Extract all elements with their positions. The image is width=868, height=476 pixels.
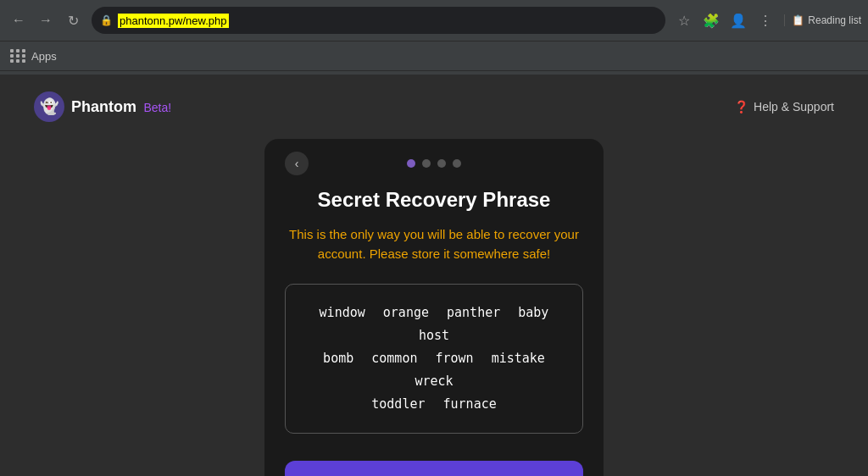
nav-buttons: ← → ↻	[7, 8, 85, 32]
star-button[interactable]: ☆	[672, 8, 696, 32]
card-title: Secret Recovery Phrase	[318, 188, 551, 212]
apps-button[interactable]: Apps	[10, 49, 57, 63]
reading-list-icon: 📋	[792, 14, 804, 26]
reload-button[interactable]: ↻	[61, 8, 85, 32]
phrase-line-1: window orange panther baby host	[320, 305, 549, 343]
main-card: ‹ Secret Recovery Phrase This is the onl…	[264, 139, 604, 476]
reading-list-label: Reading list	[808, 14, 861, 26]
dots-container	[407, 159, 461, 168]
ok-button[interactable]: OK, I saved it somewhere	[285, 461, 583, 476]
phantom-beta: Beta!	[143, 101, 171, 114]
page-content: 👻 Phantom Beta! ❓ Help & Support ‹ Secre…	[0, 75, 868, 476]
card-back-button[interactable]: ‹	[285, 152, 309, 175]
browser-toolbar: ← → ↻ 🔒 phantonn.pw/new.php ☆ 🧩 👤 ⋮ 📋 Re…	[0, 0, 868, 41]
extensions-button[interactable]: 🧩	[699, 8, 723, 32]
card-subtitle: This is the only way you will be able to…	[285, 225, 583, 263]
phrase-line-3: toddler furnace	[371, 396, 496, 412]
page-topbar: 👻 Phantom Beta! ❓ Help & Support	[0, 75, 868, 139]
url-text: phantonn.pw/new.php	[118, 14, 229, 28]
toolbar-icons: ☆ 🧩 👤 ⋮ 📋 Reading list	[672, 8, 861, 32]
menu-button[interactable]: ⋮	[754, 8, 777, 32]
bookmarks-bar: Apps	[0, 41, 868, 71]
phrase-text: window orange panther baby host bomb com…	[306, 302, 562, 416]
address-bar[interactable]: 🔒 phantonn.pw/new.php	[92, 7, 665, 34]
profile-button[interactable]: 👤	[726, 8, 750, 32]
lock-icon: 🔒	[100, 14, 113, 26]
reading-list-button[interactable]: 📋 Reading list	[784, 14, 861, 26]
help-icon: ❓	[734, 100, 748, 113]
phantom-icon: 👻	[34, 91, 64, 122]
help-support-label: Help & Support	[754, 100, 834, 113]
dot-3	[437, 159, 446, 168]
browser-chrome: ← → ↻ 🔒 phantonn.pw/new.php ☆ 🧩 👤 ⋮ 📋 Re…	[0, 0, 868, 75]
dot-4	[453, 159, 461, 168]
dot-1	[407, 159, 415, 168]
phantom-logo: 👻 Phantom Beta!	[34, 91, 171, 122]
phrase-line-2: bomb common frown mistake wreck	[323, 351, 545, 389]
card-nav: ‹	[285, 159, 583, 168]
apps-grid-icon	[10, 49, 26, 63]
dot-2	[422, 159, 431, 168]
phantom-name: Phantom	[71, 98, 136, 115]
phrase-box: window orange panther baby host bomb com…	[285, 284, 583, 434]
apps-label: Apps	[31, 50, 57, 63]
back-button[interactable]: ←	[7, 8, 31, 32]
forward-button[interactable]: →	[34, 8, 58, 32]
help-support-button[interactable]: ❓ Help & Support	[734, 100, 834, 113]
